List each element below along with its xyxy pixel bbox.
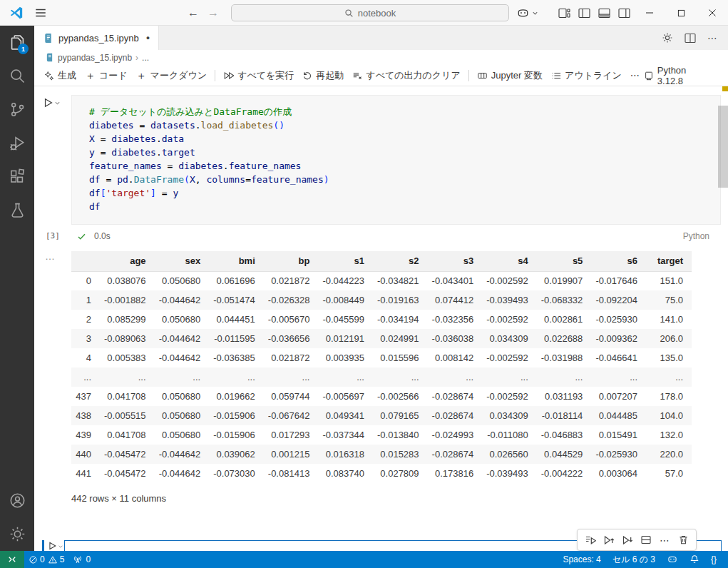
- code-line[interactable]: df: [89, 200, 714, 213]
- more-actions-icon[interactable]: ⋯: [707, 32, 718, 44]
- restart-button[interactable]: 再起動: [298, 67, 348, 84]
- ports-indicator[interactable]: 0: [68, 551, 95, 568]
- notebook-file-icon: [43, 33, 53, 44]
- run-below-icon[interactable]: [620, 533, 635, 547]
- back-button[interactable]: ←: [187, 6, 200, 19]
- modified-range-marker: [722, 86, 728, 91]
- selected-cell-indicator: [42, 540, 44, 551]
- column-header: s4: [482, 251, 537, 271]
- toolbar-divider: [468, 70, 469, 81]
- indentation-indicator[interactable]: Spaces: 4: [557, 551, 606, 568]
- table-row: 20.0852990.0506800.044451-0.005670-0.045…: [71, 310, 692, 329]
- run-cell-button[interactable]: [42, 97, 61, 108]
- dataframe-table: agesexbmibps1s2s3s4s5s6target 00.0380760…: [71, 251, 692, 483]
- code-line[interactable]: diabetes = datasets.load_diabetes(): [89, 118, 714, 132]
- modified-dot-icon[interactable]: ●: [146, 34, 150, 41]
- add-code-button[interactable]: ＋ コード: [81, 67, 132, 84]
- account-icon[interactable]: [0, 484, 34, 517]
- editor-group: pypandas_15.ipynb ● ⋯ py: [34, 26, 728, 551]
- execute-above-icon[interactable]: [583, 533, 598, 547]
- breadcrumb-more: ...: [142, 53, 149, 63]
- add-markdown-label: マークダウン: [150, 69, 207, 82]
- delete-cell-icon[interactable]: [676, 533, 690, 547]
- table-row: 438-0.0055150.050680-0.015906-0.0676420.…: [71, 406, 692, 425]
- split-editor-icon[interactable]: [685, 33, 696, 44]
- table-row: 441-0.045472-0.044642-0.073030-0.0814130…: [71, 464, 692, 483]
- vscode-window: ← → notebook: [0, 0, 728, 568]
- manage-settings-icon[interactable]: [0, 517, 34, 551]
- command-center-search[interactable]: notebook: [231, 4, 509, 21]
- run-debug-icon[interactable]: [0, 126, 34, 160]
- close-button[interactable]: [697, 0, 728, 26]
- remote-indicator[interactable]: [0, 551, 24, 568]
- code-line[interactable]: X = diabetes.data: [89, 132, 714, 146]
- menu-hamburger-icon[interactable]: [34, 6, 47, 19]
- source-control-icon[interactable]: [0, 93, 34, 126]
- toolbar-more-icon[interactable]: ⋯: [626, 68, 644, 83]
- testing-icon[interactable]: [0, 193, 34, 227]
- scrollbar-thumb[interactable]: [718, 106, 728, 188]
- clear-outputs-icon: [352, 71, 362, 81]
- output-more-icon[interactable]: …: [45, 250, 56, 262]
- cell-language[interactable]: Python: [683, 231, 709, 241]
- table-row: 4370.0417080.0506800.0196620.059744-0.00…: [71, 387, 692, 406]
- clear-outputs-button[interactable]: すべての出力のクリア: [348, 67, 464, 84]
- toggle-primary-sidebar-icon[interactable]: [574, 4, 594, 22]
- search-text: notebook: [358, 8, 396, 19]
- column-header: s2: [373, 251, 428, 271]
- titlebar-right: [516, 0, 728, 26]
- add-code-label: コード: [99, 69, 128, 82]
- table-row: 4390.0417080.050680-0.0159060.017293-0.0…: [71, 425, 692, 445]
- variables-icon: [477, 71, 488, 81]
- copilot-status-icon[interactable]: [661, 551, 684, 568]
- toggle-secondary-sidebar-icon[interactable]: [614, 4, 634, 22]
- code-line[interactable]: # データセットの読み込みとDataFrameの作成: [89, 105, 714, 118]
- search-sidebar-icon[interactable]: [0, 59, 34, 93]
- notebook-settings-icon[interactable]: [662, 32, 673, 44]
- column-header: [71, 251, 100, 271]
- breadcrumb-file: pypandas_15.ipynb: [58, 53, 132, 63]
- code-line[interactable]: df['target'] = y: [89, 186, 714, 200]
- jupyter-variables-button[interactable]: Jupyter 変数: [473, 67, 547, 84]
- forward-button[interactable]: →: [207, 6, 220, 19]
- run-all-button[interactable]: すべてを実行: [219, 67, 298, 84]
- cell-status-bar: [3] 0.0s Python: [34, 229, 728, 245]
- warnings-icon: [48, 555, 58, 564]
- kernel-picker[interactable]: Python 3.12.8: [644, 65, 714, 86]
- dataframe-summary: 442 rows × 11 columns: [71, 493, 166, 504]
- minimize-button[interactable]: [634, 0, 665, 26]
- problems-indicator[interactable]: 0 5: [24, 551, 68, 568]
- explorer-icon[interactable]: 1: [0, 26, 34, 59]
- code-editor[interactable]: # データセットの読み込みとDataFrameの作成diabetes = dat…: [89, 105, 714, 213]
- split-cell-icon[interactable]: [639, 533, 653, 547]
- code-line[interactable]: df = pd.DataFrame(X, columns=feature_nam…: [89, 173, 714, 186]
- radio-tower-icon: [73, 554, 83, 564]
- status-bar: 0 5 0 Spaces: 4 セル 6 の 3 {}: [0, 551, 728, 568]
- outline-icon: [551, 71, 561, 81]
- restart-label: 再起動: [316, 69, 344, 82]
- toggle-panel-icon[interactable]: [594, 4, 614, 22]
- generate-button[interactable]: 生成: [40, 67, 81, 84]
- maximize-button[interactable]: [665, 0, 697, 26]
- run-above-icon[interactable]: [602, 533, 616, 547]
- code-line[interactable]: feature_names = diabetes.feature_names: [89, 159, 714, 173]
- code-line[interactable]: y = diabetes.target: [89, 146, 714, 159]
- copilot-menu[interactable]: [516, 7, 538, 19]
- breadcrumb[interactable]: pypandas_15.ipynb › ...: [34, 50, 728, 65]
- add-markdown-button[interactable]: ＋ マークダウン: [132, 67, 212, 84]
- notebook-file-icon-small: [45, 53, 54, 62]
- cell-more-icon[interactable]: ⋯: [657, 533, 672, 547]
- notifications-bell-icon[interactable]: [684, 551, 705, 568]
- run-all-label: すべてを実行: [237, 69, 294, 82]
- outline-button[interactable]: アウトライン: [547, 67, 626, 84]
- vscode-logo-icon: [9, 6, 24, 20]
- prettify-json-indicator[interactable]: {}: [705, 551, 722, 568]
- search-icon: [344, 9, 354, 18]
- tab-bar: pypandas_15.ipynb ● ⋯: [34, 26, 728, 50]
- cell-position-indicator[interactable]: セル 6 の 3: [607, 551, 661, 568]
- run-cell-button-2[interactable]: [47, 541, 63, 551]
- clear-outputs-label: すべての出力のクリア: [366, 69, 460, 82]
- extensions-icon[interactable]: [0, 160, 34, 193]
- tab-pypandas[interactable]: pypandas_15.ipynb ●: [34, 26, 159, 50]
- customize-layout-icon[interactable]: [554, 4, 574, 22]
